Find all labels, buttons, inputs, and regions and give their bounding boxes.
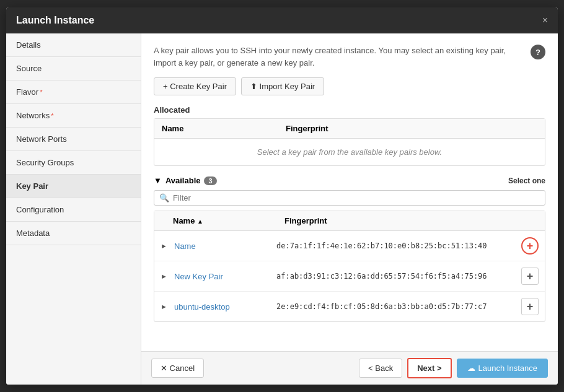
footer-right: < Back Next > ☁ Launch Instance <box>359 358 548 378</box>
required-indicator: * <box>51 112 53 120</box>
launch-instance-modal: Launch Instance × Details Source Flavor … <box>6 7 558 385</box>
sidebar-item-label: Networks <box>16 111 50 120</box>
chevron-down-icon: ▼ <box>154 176 162 185</box>
allocated-col-name: Name <box>162 124 286 133</box>
sidebar-item-security-groups[interactable]: Security Groups <box>6 151 141 175</box>
allocated-empty-message: Select a key pair from the available key… <box>154 139 545 165</box>
sidebar-item-networks[interactable]: Networks * <box>6 104 141 128</box>
create-key-pair-button[interactable]: + Create Key Pair <box>154 77 236 95</box>
rocket-icon: ☁ <box>467 364 475 373</box>
cancel-button[interactable]: ✕ Cancel <box>151 359 204 378</box>
key-pair-name[interactable]: Name <box>174 242 276 251</box>
sidebar-item-label: Source <box>16 64 42 73</box>
table-row: ► Name de:7a:1f:1f:4e:1e:62:b7:10:e0:b8:… <box>154 231 545 261</box>
main-content: A key pair allows you to SSH into your n… <box>141 33 558 385</box>
modal-header: Launch Instance × <box>6 7 558 33</box>
available-text: Available <box>165 176 201 185</box>
sort-icon: ▲ <box>197 218 203 225</box>
content-area: A key pair allows you to SSH into your n… <box>141 33 558 351</box>
sidebar-item-network-ports[interactable]: Network Ports <box>6 128 141 151</box>
import-key-pair-button[interactable]: ⬆ Import Key Pair <box>241 77 324 95</box>
search-icon: 🔍 <box>159 193 169 203</box>
key-pair-fingerprint: de:7a:1f:1f:4e:1e:62:b7:10:e0:b8:25:bc:5… <box>276 242 521 250</box>
launch-button-label: Launch Instance <box>478 364 537 373</box>
sidebar-item-label: Flavor <box>16 87 38 97</box>
chevron-right-icon[interactable]: ► <box>161 272 170 280</box>
add-key-pair-button[interactable]: + <box>521 268 539 285</box>
sidebar-item-flavor[interactable]: Flavor * <box>6 81 141 104</box>
add-key-pair-button[interactable]: + <box>521 237 539 255</box>
key-pair-fingerprint: af:ab:d3:91:c3:12:6a:dd:65:57:54:f6:f5:a… <box>276 272 521 281</box>
modal-overlay: Launch Instance × Details Source Flavor … <box>0 0 564 392</box>
sidebar-item-metadata[interactable]: Metadata <box>6 222 141 245</box>
available-col-name: Name ▲ <box>173 216 284 225</box>
available-table-header: Name ▲ Fingerprint <box>154 211 545 231</box>
key-pair-name[interactable]: ubuntu-desktop <box>174 302 276 311</box>
available-count-badge: 3 <box>204 176 216 185</box>
key-pair-name[interactable]: New Key Pair <box>174 272 276 281</box>
modal-body: Details Source Flavor * Networks * Netwo… <box>6 33 558 385</box>
allocated-label: Allocated <box>154 105 545 115</box>
available-col-fp: Fingerprint <box>284 216 526 225</box>
sidebar-item-label: Network Ports <box>16 134 67 144</box>
table-row: ► ubuntu-desktop 2e:e9:cd:f4:fb:cf:05:8d… <box>154 292 545 321</box>
next-button[interactable]: Next > <box>407 358 451 378</box>
sidebar-item-label: Security Groups <box>16 158 74 167</box>
sidebar-item-source[interactable]: Source <box>6 57 141 81</box>
key-pair-fingerprint: 2e:e9:cd:f4:fb:cf:05:8d:6a:b3:bb:a0:d5:7… <box>276 302 521 311</box>
action-buttons: + Create Key Pair ⬆ Import Key Pair <box>154 77 545 95</box>
select-one-label: Select one <box>508 176 545 185</box>
close-button[interactable]: × <box>542 15 548 25</box>
sidebar: Details Source Flavor * Networks * Netwo… <box>6 33 141 385</box>
allocated-table: Name Fingerprint Select a key pair from … <box>154 118 545 166</box>
description-row: A key pair allows you to SSH into your n… <box>154 45 545 69</box>
back-button[interactable]: < Back <box>359 359 402 378</box>
available-label: ▼ Available 3 <box>154 176 217 185</box>
footer-left: ✕ Cancel <box>151 359 204 378</box>
sidebar-item-key-pair[interactable]: Key Pair <box>6 175 141 198</box>
allocated-col-fingerprint: Fingerprint <box>286 124 537 133</box>
sidebar-item-label: Key Pair <box>16 181 48 191</box>
available-table: Name ▲ Fingerprint ► Name de:7a:1f:1f:4e… <box>154 211 545 322</box>
help-icon[interactable]: ? <box>531 45 545 59</box>
table-row: ► New Key Pair af:ab:d3:91:c3:12:6a:dd:6… <box>154 261 545 292</box>
modal-footer: ✕ Cancel < Back Next > ☁ Launch Instance <box>141 351 558 385</box>
filter-row: 🔍 <box>154 190 545 206</box>
chevron-right-icon[interactable]: ► <box>161 303 170 310</box>
chevron-right-icon[interactable]: ► <box>161 242 170 250</box>
sidebar-item-label: Configuration <box>16 205 64 214</box>
allocated-table-header: Name Fingerprint <box>154 119 545 139</box>
required-indicator: * <box>40 89 42 96</box>
sidebar-item-label: Metadata <box>16 229 50 238</box>
filter-input[interactable] <box>173 193 540 203</box>
available-header: ▼ Available 3 Select one <box>154 176 545 185</box>
sidebar-item-details[interactable]: Details <box>6 33 141 57</box>
sidebar-item-configuration[interactable]: Configuration <box>6 198 141 222</box>
description-text: A key pair allows you to SSH into your n… <box>154 45 524 69</box>
sidebar-item-label: Details <box>16 40 41 50</box>
add-key-pair-button[interactable]: + <box>521 298 539 315</box>
modal-title: Launch Instance <box>16 15 94 26</box>
launch-instance-button[interactable]: ☁ Launch Instance <box>457 359 548 378</box>
